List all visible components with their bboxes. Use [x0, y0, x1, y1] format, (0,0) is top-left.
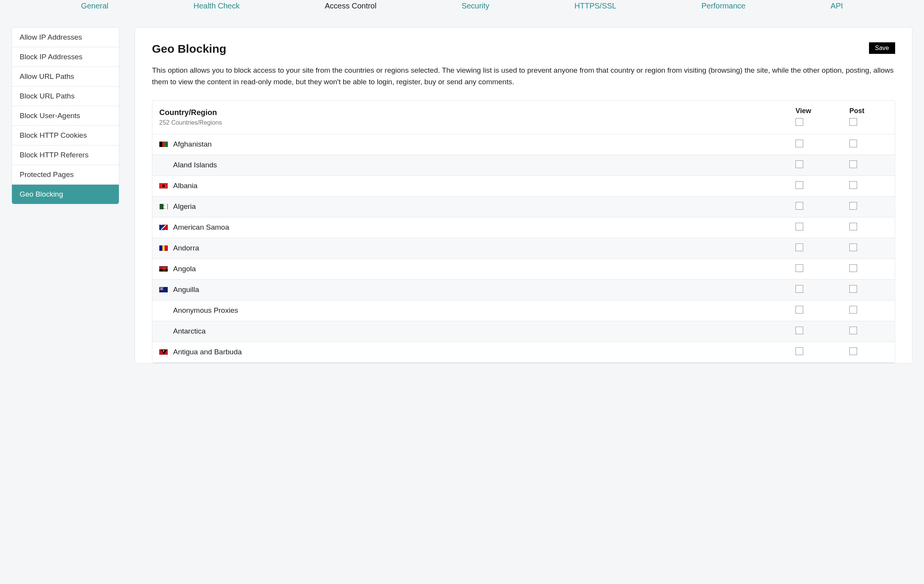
country-name: Antigua and Barbuda [173, 348, 242, 356]
header-view-col: View [796, 107, 849, 128]
sidebar-item-block-url-paths[interactable]: Block URL Paths [12, 87, 119, 106]
tab-access-control[interactable]: Access Control [322, 0, 380, 12]
post-checkbox[interactable] [849, 327, 857, 334]
post-cell [849, 327, 888, 336]
country-cell: Aland Islands [159, 161, 796, 169]
table-row: Andorra [152, 238, 895, 259]
country-name: Andorra [173, 244, 199, 252]
view-checkbox[interactable] [796, 327, 803, 334]
table-row: Algeria [152, 197, 895, 217]
main-panel: Geo Blocking Save This option allows you… [135, 27, 912, 364]
post-checkbox[interactable] [849, 223, 857, 230]
country-name: American Samoa [173, 223, 229, 232]
geo-table: Country/Region 252 Countries/Regions Vie… [152, 100, 895, 363]
country-cell: Angola [159, 265, 796, 273]
view-checkbox[interactable] [796, 244, 803, 251]
country-name: Albania [173, 182, 197, 190]
tab-general[interactable]: General [78, 0, 112, 12]
country-cell: Antigua and Barbuda [159, 348, 796, 356]
tab-health-check[interactable]: Health Check [190, 0, 243, 12]
tab-security[interactable]: Security [459, 0, 492, 12]
flag-icon [159, 349, 168, 355]
country-name: Antarctica [173, 327, 205, 335]
content-container: Allow IP AddressesBlock IP AddressesAllo… [0, 17, 924, 364]
post-cell [849, 202, 888, 212]
view-cell [796, 327, 849, 336]
post-checkbox[interactable] [849, 202, 857, 210]
post-checkbox[interactable] [849, 140, 857, 147]
header-country-col: Country/Region 252 Countries/Regions [159, 108, 796, 126]
post-cell [849, 160, 888, 170]
page-title: Geo Blocking [152, 42, 226, 55]
post-checkbox[interactable] [849, 264, 857, 272]
view-checkbox[interactable] [796, 306, 803, 314]
flag-icon [159, 204, 168, 209]
post-cell [849, 285, 888, 295]
tab-https-ssl[interactable]: HTTPS/SSL [571, 0, 619, 12]
sidebar-item-block-http-referers[interactable]: Block HTTP Referers [12, 145, 119, 165]
sidebar-list: Allow IP AddressesBlock IP AddressesAllo… [12, 27, 119, 204]
flag-icon [159, 266, 168, 272]
post-checkbox[interactable] [849, 160, 857, 168]
sidebar: Allow IP AddressesBlock IP AddressesAllo… [12, 27, 119, 364]
table-row: Aland Islands [152, 155, 895, 176]
sidebar-item-block-ip-addresses[interactable]: Block IP Addresses [12, 47, 119, 67]
view-checkbox[interactable] [796, 181, 803, 189]
tab-performance[interactable]: Performance [698, 0, 749, 12]
tab-api[interactable]: API [827, 0, 846, 12]
table-row: Afghanistan [152, 134, 895, 155]
post-checkbox[interactable] [849, 181, 857, 189]
flag-icon [159, 329, 168, 334]
country-cell: Anguilla [159, 285, 796, 294]
sidebar-item-geo-blocking[interactable]: Geo Blocking [12, 185, 119, 204]
sidebar-item-block-user-agents[interactable]: Block User-Agents [12, 106, 119, 126]
page-description: This option allows you to block access t… [152, 65, 895, 88]
header-country-label: Country/Region [159, 108, 796, 117]
flag-icon [159, 162, 168, 168]
post-cell [849, 181, 888, 191]
header-post-col: Post [849, 107, 888, 128]
view-cell [796, 244, 849, 253]
table-row: Antarctica [152, 321, 895, 342]
country-name: Angola [173, 265, 196, 273]
table-row: Anonymous Proxies [152, 300, 895, 321]
country-name: Afghanistan [173, 140, 212, 149]
country-name: Anguilla [173, 285, 199, 294]
view-checkbox[interactable] [796, 347, 803, 355]
flag-icon [159, 287, 168, 292]
view-checkbox[interactable] [796, 202, 803, 210]
main-header: Geo Blocking Save [152, 42, 895, 55]
view-cell [796, 202, 849, 212]
post-cell [849, 347, 888, 357]
view-cell [796, 181, 849, 191]
country-cell: American Samoa [159, 223, 796, 232]
sidebar-item-block-http-cookies[interactable]: Block HTTP Cookies [12, 126, 119, 145]
view-cell [796, 223, 849, 232]
post-checkbox[interactable] [849, 306, 857, 314]
post-checkbox[interactable] [849, 347, 857, 355]
select-all-view-checkbox[interactable] [796, 118, 803, 126]
view-checkbox[interactable] [796, 160, 803, 168]
view-checkbox[interactable] [796, 264, 803, 272]
sidebar-item-allow-url-paths[interactable]: Allow URL Paths [12, 67, 119, 87]
table-header-row: Country/Region 252 Countries/Regions Vie… [152, 101, 895, 134]
country-cell: Algeria [159, 202, 796, 211]
sidebar-item-protected-pages[interactable]: Protected Pages [12, 165, 119, 185]
select-all-post-checkbox[interactable] [849, 118, 857, 126]
view-checkbox[interactable] [796, 140, 803, 147]
flag-icon [159, 142, 168, 147]
country-cell: Anonymous Proxies [159, 306, 796, 315]
post-checkbox[interactable] [849, 285, 857, 293]
view-cell [796, 306, 849, 315]
view-checkbox[interactable] [796, 223, 803, 230]
view-checkbox[interactable] [796, 285, 803, 293]
table-row: American Samoa [152, 217, 895, 238]
post-cell [849, 306, 888, 315]
table-row: Antigua and Barbuda [152, 342, 895, 363]
post-checkbox[interactable] [849, 244, 857, 251]
view-cell [796, 264, 849, 274]
sidebar-item-allow-ip-addresses[interactable]: Allow IP Addresses [12, 28, 119, 47]
country-name: Algeria [173, 202, 196, 211]
save-button[interactable]: Save [869, 42, 895, 54]
country-cell: Andorra [159, 244, 796, 252]
